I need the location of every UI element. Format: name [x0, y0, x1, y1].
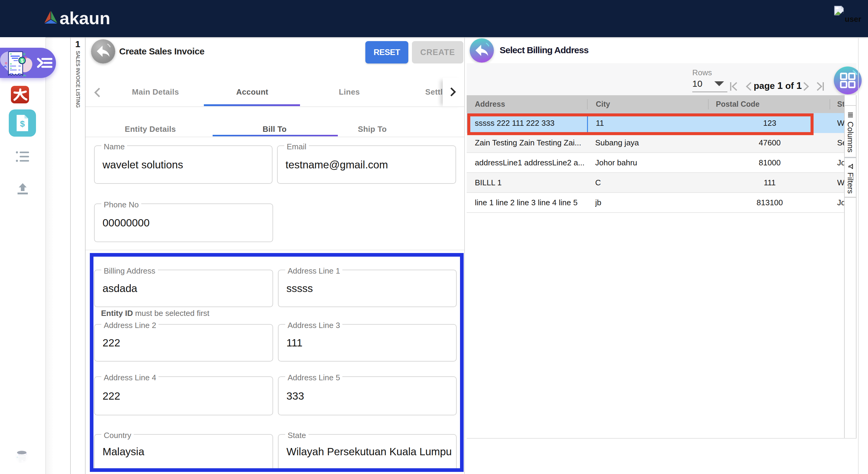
svg-text:$: $: [21, 58, 24, 63]
svg-text:$: $: [20, 119, 25, 128]
